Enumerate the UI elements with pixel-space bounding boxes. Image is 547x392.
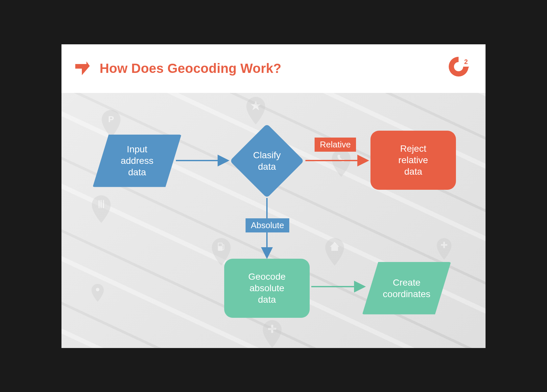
svg-marker-3 [251,101,261,110]
arrow-down-icon [75,61,90,76]
map-pin-fork-knife-icon [91,195,111,224]
map-pin-home-icon [324,237,345,266]
map-pin-phone-icon [331,149,351,178]
svg-rect-6 [103,200,104,208]
svg-rect-10 [441,244,447,246]
svg-rect-9 [443,242,445,248]
map-pin-plus-icon [436,237,452,260]
page-title: How Does Geocoding Work? [100,61,281,76]
svg-point-11 [96,288,100,291]
svg-rect-12 [271,325,273,333]
map-pin-dot-icon [91,283,104,302]
g2-logo-icon: 2 [446,55,472,81]
svg-text:2: 2 [464,58,468,65]
svg-text:P: P [108,114,114,124]
svg-rect-8 [219,243,222,246]
svg-rect-13 [268,328,276,330]
svg-rect-4 [99,200,100,208]
svg-rect-5 [101,200,102,208]
diagram-canvas: How Does Geocoding Work? 2 P [61,44,486,348]
header-bar: How Does Geocoding Work? 2 [61,44,486,93]
map-pin-hospital-icon [262,319,282,348]
map-pin-fuel-icon [211,237,231,266]
map-pin-parking-icon: P [101,109,121,138]
map-pin-star-icon [246,96,266,125]
svg-rect-7 [218,243,223,251]
map-background: P [61,93,486,348]
